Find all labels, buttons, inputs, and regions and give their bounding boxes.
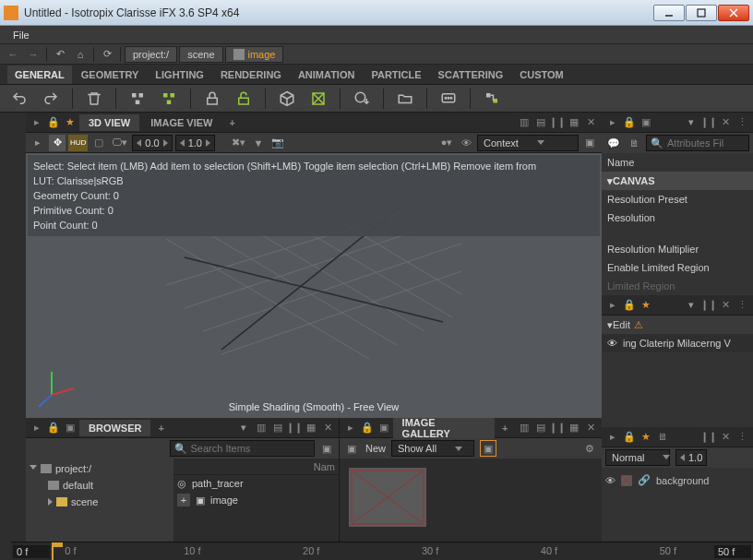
mid-star-icon[interactable]: ★: [639, 298, 653, 313]
mid-close-icon[interactable]: ✕: [718, 298, 733, 313]
tab-3d-view[interactable]: 3D VIEW: [79, 114, 139, 131]
attr-bubble-icon[interactable]: 💬: [605, 135, 622, 151]
view-chevron-icon[interactable]: ▸: [30, 135, 46, 151]
attr-doc-icon[interactable]: 🗎: [626, 135, 642, 151]
tab-add[interactable]: +: [223, 114, 240, 131]
timeline-ruler[interactable]: 0 f 10 f 20 f 30 f 40 f 50 f: [52, 542, 712, 560]
browser-close-icon[interactable]: ✕: [320, 421, 335, 435]
gallery-star-icon[interactable]: ▣: [376, 421, 391, 435]
wrench-icon[interactable]: ✖▾: [230, 135, 247, 151]
opacity-spin[interactable]: 1.0: [675, 449, 707, 466]
layer-link-icon[interactable]: 🔗: [638, 474, 651, 486]
attr-pause-icon[interactable]: ❙❙: [701, 115, 716, 130]
panel-chevron-icon[interactable]: ▸: [30, 115, 44, 130]
layout-grid-icon[interactable]: ▦: [567, 115, 581, 130]
attr-more-icon[interactable]: ⋮: [735, 115, 749, 130]
browser-lock-icon[interactable]: 🔒: [46, 421, 61, 435]
browser-split-v-icon[interactable]: ▤: [270, 421, 285, 435]
tab-geometry[interactable]: GEOMETRY: [74, 66, 147, 84]
attr-lock-icon[interactable]: 🔒: [622, 115, 637, 130]
browser-star-icon[interactable]: ▣: [63, 421, 78, 435]
menu-file[interactable]: File: [6, 28, 37, 42]
layers-body[interactable]: 👁 🔗 background: [602, 468, 753, 550]
target-icon[interactable]: ▣: [581, 135, 598, 151]
layout-pause-icon[interactable]: ❙❙: [550, 115, 565, 130]
tab-scattering[interactable]: SCATTERING: [431, 66, 511, 84]
layer-eye-icon[interactable]: 👁: [605, 475, 616, 486]
maximize-button[interactable]: [686, 5, 717, 21]
gallery-split-v-icon[interactable]: ▤: [533, 421, 548, 435]
tab-custom[interactable]: CUSTOM: [512, 66, 570, 84]
attr-menu-icon[interactable]: ▾: [683, 114, 699, 131]
cube-icon[interactable]: [275, 87, 299, 111]
gallery-close-icon[interactable]: ✕: [583, 421, 598, 435]
mid-lock-icon[interactable]: 🔒: [622, 298, 637, 313]
browser-search[interactable]: 🔍 Search Items: [170, 440, 316, 457]
mid-pause-icon[interactable]: ❙❙: [701, 298, 716, 313]
dot-icon[interactable]: ●▾: [438, 135, 455, 151]
exposure-spin[interactable]: 0.0: [132, 135, 172, 151]
attr-search[interactable]: 🔍 Attributes Fil: [646, 135, 749, 151]
gallery-new[interactable]: New: [365, 443, 386, 454]
minimize-button[interactable]: [653, 5, 685, 21]
mid-more-icon[interactable]: ⋮: [735, 298, 749, 313]
gallery-thumbnail[interactable]: [349, 468, 426, 527]
path-scene[interactable]: scene: [179, 46, 222, 63]
attr-resolution-multiplier[interactable]: Resolution Multiplier: [602, 240, 753, 258]
mid-menu-icon[interactable]: ▾: [683, 297, 699, 314]
context-dropdown[interactable]: Context: [477, 135, 579, 151]
attr-close-icon[interactable]: ✕: [718, 115, 733, 130]
attr-resolution[interactable]: Resolution: [602, 209, 753, 227]
nav-forward-icon[interactable]: →: [24, 46, 42, 63]
tab-rendering[interactable]: RENDERING: [213, 66, 289, 84]
edit-row[interactable]: ▾ Edit ⚠: [602, 316, 753, 334]
layers-pause-icon[interactable]: ❙❙: [701, 429, 716, 444]
close-button[interactable]: [718, 5, 749, 21]
browser-split-h-icon[interactable]: ▥: [254, 421, 269, 435]
panel-star-icon[interactable]: ★: [63, 115, 78, 130]
attr-resolution-preset[interactable]: Resolution Preset: [602, 190, 753, 209]
gallery-grid-icon[interactable]: ▦: [567, 421, 581, 435]
gallery-thumb-icon[interactable]: ▣: [480, 440, 496, 457]
redo-icon[interactable]: [39, 87, 63, 111]
gallery-lock-icon[interactable]: 🔒: [360, 421, 375, 435]
nav-up-folder-icon[interactable]: ⌂: [71, 46, 90, 63]
path-project[interactable]: project:/: [125, 46, 177, 63]
trash-icon[interactable]: [82, 87, 106, 111]
browser-list[interactable]: Nam ◎path_tracer +▣image: [173, 459, 339, 549]
gallery-tab[interactable]: IMAGE GALLERY: [393, 414, 496, 442]
folder-open-icon[interactable]: [393, 87, 417, 111]
tab-particle[interactable]: PARTICLE: [364, 66, 428, 84]
camera-icon[interactable]: 📷: [269, 135, 286, 151]
globe-download-icon[interactable]: [350, 87, 374, 111]
blend-mode-dropdown[interactable]: Normal: [605, 449, 670, 466]
gallery-snap-icon[interactable]: ▣: [343, 440, 360, 457]
browser-pause-icon[interactable]: ❙❙: [287, 421, 302, 435]
gallery-chevron-icon[interactable]: ▸: [343, 421, 358, 435]
bbox-icon[interactable]: [306, 87, 330, 111]
panel-close-icon[interactable]: ✕: [583, 115, 598, 130]
timeline-start[interactable]: 0 f: [13, 545, 50, 558]
browser-tab-add[interactable]: +: [152, 420, 169, 436]
expand-icon[interactable]: +: [177, 494, 190, 506]
gallery-pause-icon[interactable]: ❙❙: [550, 421, 565, 435]
layers-doc-icon[interactable]: 🗎: [655, 429, 670, 444]
layers-more-icon[interactable]: ⋮: [735, 429, 749, 444]
gamma-spin[interactable]: 1.0: [175, 135, 215, 151]
group-icon[interactable]: [126, 87, 149, 111]
undo-icon[interactable]: [7, 87, 31, 111]
attr-enable-limited-region[interactable]: Enable Limited Region: [602, 258, 753, 277]
tab-general[interactable]: GENERAL: [7, 66, 72, 84]
parent-icon[interactable]: [480, 87, 504, 111]
view-frame-icon[interactable]: ▢: [90, 135, 107, 151]
browser-settings-icon[interactable]: ▣: [318, 440, 335, 457]
gallery-filter-dropdown[interactable]: Show All: [391, 440, 474, 457]
gallery-body[interactable]: [340, 459, 602, 549]
nav-back-icon[interactable]: ←: [4, 46, 22, 63]
nav-reload-icon[interactable]: ⟳: [98, 46, 116, 63]
browser-chevron-icon[interactable]: ▸: [30, 421, 44, 435]
ungroup-icon[interactable]: [157, 87, 181, 111]
path-image[interactable]: image: [225, 46, 284, 63]
eye-icon[interactable]: 👁: [458, 135, 474, 151]
mid-chevron-icon[interactable]: ▸: [605, 298, 620, 313]
